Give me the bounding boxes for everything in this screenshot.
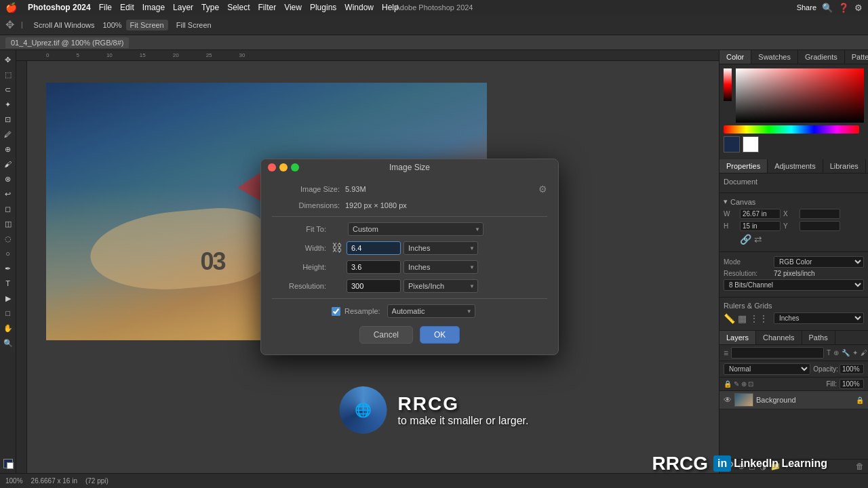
- ok-button[interactable]: OK: [420, 326, 460, 344]
- layers-icon-4[interactable]: ✦: [852, 349, 858, 357]
- resample-checkbox[interactable]: [332, 307, 340, 316]
- swap-icon[interactable]: ⇄: [754, 234, 762, 245]
- history-brush-tool[interactable]: ↩: [1, 187, 15, 201]
- tab-patterns[interactable]: Patterns: [845, 50, 868, 64]
- tab-properties[interactable]: Properties: [719, 159, 768, 173]
- layers-icon-2[interactable]: ⊕: [833, 349, 839, 357]
- canvas-w-input[interactable]: [740, 209, 781, 219]
- bit-depth-select[interactable]: 8 Bits/Channel: [724, 279, 864, 291]
- path-selection-tool[interactable]: ▶: [1, 291, 15, 305]
- move-tool-icon[interactable]: ✥: [5, 18, 14, 31]
- menubar-select[interactable]: Select: [227, 3, 250, 12]
- minimize-button[interactable]: [279, 163, 288, 171]
- layers-icon-1[interactable]: T: [827, 349, 831, 357]
- apple-menu[interactable]: 🍎: [5, 2, 17, 13]
- crop-tool[interactable]: ⊡: [1, 113, 15, 126]
- rulers-unit-select[interactable]: Inches: [774, 312, 864, 324]
- eyedropper-tool[interactable]: 🖉: [1, 127, 15, 141]
- divider-1: [272, 216, 547, 217]
- fit-to-dropdown[interactable]: Custom ▼: [348, 222, 484, 236]
- blur-tool[interactable]: ◌: [1, 232, 15, 245]
- move-tool[interactable]: ✥: [1, 53, 15, 66]
- link-icon[interactable]: 🔗: [740, 234, 751, 245]
- tab-layers[interactable]: Layers: [719, 331, 756, 344]
- gradient-tool[interactable]: ◫: [1, 217, 15, 230]
- menubar-layer[interactable]: Layer: [173, 3, 193, 12]
- menubar-right-controls: Share 🔍 ❓ ⚙: [797, 3, 863, 13]
- resample-select-wrapper: Automatic ▼: [387, 304, 475, 318]
- background-color-swatch[interactable]: [743, 136, 759, 152]
- selection-tool[interactable]: ⬚: [1, 68, 15, 81]
- help-icon[interactable]: ❓: [838, 3, 849, 13]
- canvas-h-input[interactable]: [740, 221, 781, 231]
- height-unit-select[interactable]: Inches: [403, 260, 478, 274]
- shape-tool[interactable]: □: [1, 306, 15, 320]
- tab-channels[interactable]: Channels: [756, 331, 802, 344]
- canvas-y-input[interactable]: [800, 221, 840, 231]
- menubar-view[interactable]: View: [284, 3, 302, 12]
- tab-swatches[interactable]: Swatches: [751, 50, 798, 64]
- hue-slider[interactable]: [724, 125, 859, 134]
- menubar-image[interactable]: Image: [142, 3, 165, 12]
- tab-paths[interactable]: Paths: [802, 331, 835, 344]
- delete-layer-icon[interactable]: 🗑: [856, 462, 864, 471]
- lasso-tool[interactable]: ⊂: [1, 83, 15, 96]
- clone-tool[interactable]: ⊗: [1, 172, 15, 186]
- fit-to-select[interactable]: Custom: [348, 222, 484, 236]
- width-input[interactable]: [347, 241, 401, 255]
- share-button[interactable]: Share: [797, 3, 816, 12]
- hand-tool[interactable]: ✋: [1, 321, 15, 335]
- eraser-tool[interactable]: ◻: [1, 202, 15, 216]
- layers-icon-5[interactable]: 🖌: [861, 349, 867, 357]
- blend-mode-select[interactable]: Normal: [724, 363, 810, 375]
- menubar-filter[interactable]: Filter: [258, 3, 276, 12]
- brush-tool[interactable]: 🖌: [1, 157, 15, 171]
- tab-adjustments[interactable]: Adjustments: [768, 159, 823, 173]
- magic-wand-tool[interactable]: ✦: [1, 98, 15, 111]
- menubar-type[interactable]: Type: [201, 3, 219, 12]
- dodge-tool[interactable]: ○: [1, 247, 15, 260]
- color-gradient-area[interactable]: [736, 68, 864, 123]
- fit-screen-button[interactable]: Fit Screen: [126, 20, 168, 30]
- cancel-button[interactable]: Cancel: [359, 326, 413, 344]
- fill-screen-button[interactable]: Fill Screen: [172, 20, 216, 30]
- pen-tool[interactable]: ✒: [1, 262, 15, 275]
- layer-visibility-icon[interactable]: 👁: [724, 395, 732, 405]
- layers-icon-3[interactable]: 🔧: [842, 349, 850, 357]
- menubar-file[interactable]: File: [99, 3, 112, 12]
- height-input[interactable]: [347, 260, 401, 274]
- search-icon[interactable]: 🔍: [822, 3, 833, 13]
- opacity-input[interactable]: [840, 364, 864, 374]
- menubar-edit[interactable]: Edit: [120, 3, 134, 12]
- tab-color[interactable]: Color: [719, 50, 751, 64]
- resolution-unit-select[interactable]: Pixels/Inch: [403, 279, 478, 293]
- zoom-level-display[interactable]: 100%: [102, 21, 121, 29]
- canvas-x-input[interactable]: [800, 209, 840, 219]
- foreground-color-swatch[interactable]: [724, 136, 740, 152]
- tab-libraries[interactable]: Libraries: [823, 159, 866, 173]
- foreground-color[interactable]: [1, 457, 15, 470]
- layer-background[interactable]: 👁 Background 🔒: [719, 391, 868, 409]
- width-label: Width:: [272, 244, 326, 252]
- menubar-plugins[interactable]: Plugins: [310, 3, 336, 12]
- width-unit-select[interactable]: Inches: [403, 241, 478, 255]
- height-row: Height: Inches ▼: [272, 260, 547, 274]
- resolution-input[interactable]: [347, 279, 401, 293]
- menubar-window[interactable]: Window: [344, 3, 374, 12]
- layers-search-input[interactable]: [731, 347, 824, 359]
- close-button[interactable]: [268, 163, 276, 171]
- maximize-button[interactable]: [291, 163, 299, 171]
- menubar-photoshop[interactable]: Photoshop 2024: [28, 3, 91, 12]
- resample-select[interactable]: Automatic: [387, 304, 475, 318]
- text-tool[interactable]: T: [1, 277, 15, 290]
- scroll-all-windows[interactable]: Scroll All Windows: [30, 20, 99, 30]
- fill-input[interactable]: [840, 379, 864, 389]
- tab-gradients[interactable]: Gradients: [798, 50, 845, 64]
- zoom-tool[interactable]: 🔍: [1, 336, 15, 350]
- dialog-titlebar[interactable]: Image Size: [261, 159, 558, 176]
- mode-select[interactable]: RGB Color: [774, 256, 864, 268]
- healing-brush-tool[interactable]: ⊕: [1, 142, 15, 156]
- document-tab[interactable]: 01_4_Uprez.tif @ 100% (RGB/8#): [5, 37, 129, 48]
- settings-icon[interactable]: ⚙: [854, 3, 863, 13]
- dialog-settings-icon[interactable]: ⚙: [538, 184, 547, 195]
